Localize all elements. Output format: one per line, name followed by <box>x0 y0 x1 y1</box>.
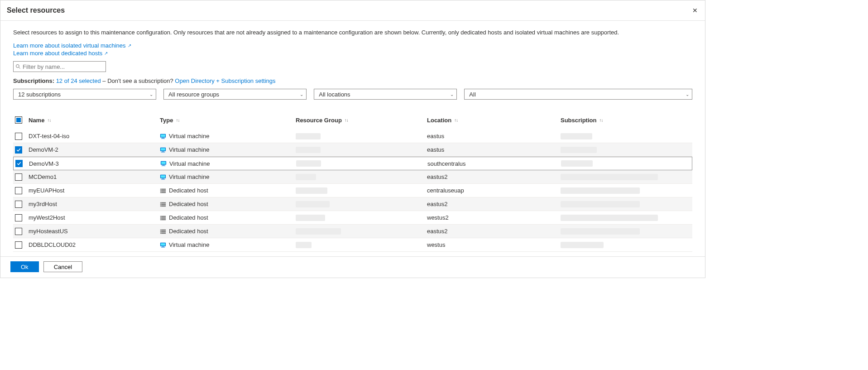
row-name: DXT-test-04-iso <box>29 133 160 139</box>
select-resources-panel: Select resources ✕ Select resources to a… <box>0 0 705 278</box>
dropdown-subscriptions[interactable]: 12 subscriptions ⌄ <box>13 89 156 100</box>
table-row[interactable]: MCDemo1Virtual machineeastus2 <box>13 170 692 184</box>
panel-title: Select resources <box>7 6 65 14</box>
link-isolated-vm[interactable]: Learn more about isolated virtual machin… <box>13 42 131 49</box>
filter-input[interactable] <box>23 63 104 70</box>
row-location: eastus2 <box>427 228 561 235</box>
row-resource-group <box>296 147 427 153</box>
row-name: myEUAPHost <box>29 187 160 194</box>
external-link-icon: ↗ <box>104 51 108 56</box>
table-row[interactable]: myHosteastUSDedicated hosteastus2 <box>13 225 692 238</box>
svg-point-0 <box>16 65 19 68</box>
row-type: Dedicated host <box>160 214 296 221</box>
external-link-icon: ↗ <box>128 43 131 48</box>
row-checkbox[interactable] <box>15 133 22 140</box>
table-row[interactable]: myEUAPHostDedicated hostcentraluseuap <box>13 184 692 197</box>
row-resource-group <box>296 215 427 221</box>
row-resource-group <box>296 201 427 207</box>
svg-rect-8 <box>162 151 164 152</box>
row-name: DDBLDCLOUD02 <box>29 241 160 248</box>
dropdown-types[interactable]: All ⌄ <box>464 89 692 100</box>
sort-icon: ↑↓ <box>47 118 51 123</box>
row-name: DemoVM-2 <box>29 146 160 153</box>
row-checkbox[interactable] <box>15 201 22 208</box>
svg-rect-5 <box>161 138 165 139</box>
chevron-down-icon: ⌄ <box>686 92 689 97</box>
filter-input-wrapper[interactable] <box>13 61 106 72</box>
row-type: Virtual machine <box>160 146 296 153</box>
row-location: southcentralus <box>427 160 561 167</box>
chevron-down-icon: ⌄ <box>149 92 153 97</box>
dropdown-locations-label: All locations <box>319 91 350 98</box>
row-name: MCDemo1 <box>29 173 160 180</box>
row-checkbox[interactable] <box>15 146 22 154</box>
row-type: Dedicated host <box>160 187 296 194</box>
row-location: eastus2 <box>427 201 561 207</box>
svg-point-41 <box>161 233 161 233</box>
sort-icon: ↑↓ <box>599 118 603 123</box>
cancel-button[interactable]: Cancel <box>43 261 82 272</box>
svg-point-40 <box>161 231 161 231</box>
svg-point-22 <box>161 190 161 191</box>
col-type[interactable]: Type ↑↓ <box>160 117 296 124</box>
svg-rect-44 <box>162 246 164 247</box>
row-type: Dedicated host <box>160 228 296 235</box>
subscriptions-line: Subscriptions: 12 of 24 selected – Don't… <box>13 77 692 84</box>
row-checkbox[interactable] <box>15 187 22 194</box>
subscriptions-selected-link[interactable]: 12 of 24 selected <box>56 77 101 84</box>
ok-button[interactable]: Ok <box>10 261 39 272</box>
row-type: Virtual machine <box>160 160 296 167</box>
select-all-checkbox[interactable] <box>15 116 22 124</box>
svg-point-34 <box>161 217 161 218</box>
row-location: centraluseuap <box>427 187 561 194</box>
row-name: DemoVM-3 <box>29 160 160 167</box>
table-row[interactable]: DemoVM-3Virtual machinesouthcentralus <box>13 157 692 170</box>
col-resource-group[interactable]: Resource Group ↑↓ <box>296 117 427 124</box>
row-subscription <box>561 228 692 235</box>
svg-point-39 <box>161 230 161 230</box>
row-checkbox[interactable] <box>15 160 23 167</box>
dropdown-resource-groups[interactable]: All resource groups ⌄ <box>163 89 307 100</box>
col-location[interactable]: Location ↑↓ <box>427 117 561 124</box>
svg-point-21 <box>161 189 161 189</box>
link-isolated-vm-label: Learn more about isolated virtual machin… <box>13 42 126 49</box>
panel-footer: Ok Cancel <box>0 256 705 278</box>
table-row[interactable]: my3rdHostDedicated hosteastus2 <box>13 197 692 211</box>
svg-rect-45 <box>161 247 165 247</box>
sort-icon: ↑↓ <box>454 118 458 123</box>
close-icon[interactable]: ✕ <box>691 5 700 16</box>
svg-rect-4 <box>162 138 164 138</box>
row-resource-group <box>296 242 427 248</box>
row-type: Virtual machine <box>160 241 296 248</box>
row-resource-group <box>296 228 427 235</box>
dropdown-locations[interactable]: All locations ⌄ <box>314 89 457 100</box>
row-checkbox[interactable] <box>15 241 22 249</box>
table-row[interactable]: DemoVM-2Virtual machineeastus <box>13 143 692 157</box>
row-resource-group <box>296 174 427 180</box>
panel-header: Select resources ✕ <box>0 0 705 21</box>
svg-point-29 <box>161 206 161 206</box>
col-subscription[interactable]: Subscription ↑↓ <box>561 117 692 124</box>
row-checkbox[interactable] <box>15 228 22 235</box>
row-checkbox[interactable] <box>15 173 22 181</box>
row-subscription <box>561 187 692 194</box>
svg-rect-7 <box>161 148 165 150</box>
open-directory-settings-link[interactable]: Open Directory + Subscription settings <box>175 77 275 84</box>
row-checkbox[interactable] <box>15 214 22 221</box>
row-name: myWest2Host <box>29 214 160 221</box>
table-row[interactable]: myWest2HostDedicated hostwestus2 <box>13 211 692 225</box>
table-header-row: Name ↑↓ Type ↑↓ Resource Group ↑↓ Locati… <box>13 113 692 127</box>
row-location: westus <box>427 241 561 248</box>
svg-rect-12 <box>162 165 164 166</box>
sort-icon: ↑↓ <box>176 118 179 123</box>
svg-rect-13 <box>162 166 166 166</box>
table-row[interactable]: DDBLDCLOUD02Virtual machinewestus <box>13 238 692 252</box>
row-resource-group <box>296 160 427 167</box>
row-location: westus2 <box>427 214 561 221</box>
link-dedicated-hosts[interactable]: Learn more about dedicated hosts ↗ <box>13 50 108 57</box>
col-name[interactable]: Name ↑↓ <box>29 117 160 124</box>
table-row[interactable]: DXT-test-04-isoVirtual machineeastus <box>13 130 692 143</box>
row-subscription <box>561 133 692 139</box>
svg-line-1 <box>19 67 20 69</box>
row-resource-group <box>296 187 427 194</box>
